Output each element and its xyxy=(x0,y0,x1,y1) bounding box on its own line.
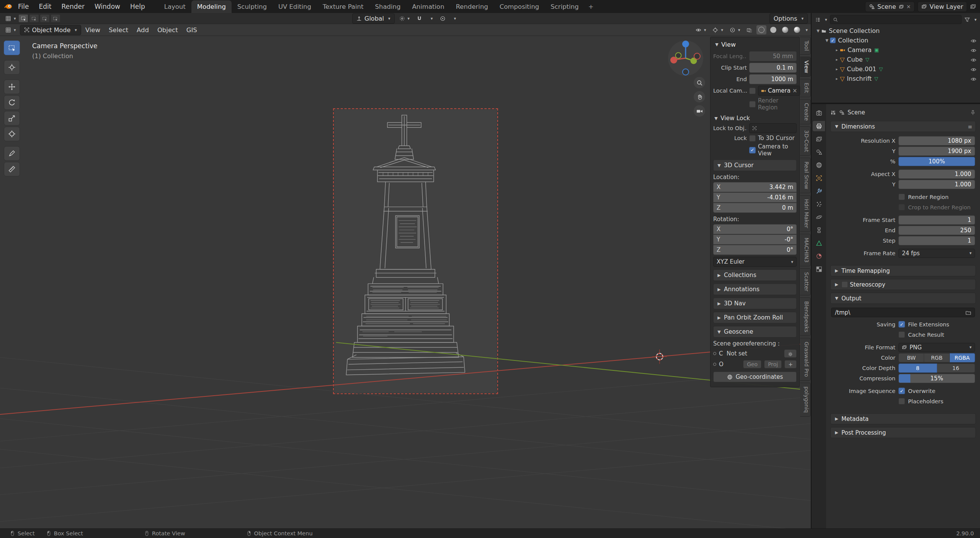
color-bw-button[interactable]: BW xyxy=(898,353,924,362)
tab-output[interactable] xyxy=(813,121,825,131)
workspace-tab-sculpting[interactable]: Sculpting xyxy=(232,0,273,13)
sidebar-tab-hdri-maker[interactable]: Hdri Maker xyxy=(800,195,811,232)
to-3d-cursor-checkbox[interactable] xyxy=(749,135,756,142)
filter-icon[interactable] xyxy=(964,17,970,23)
cursor-location-x-field[interactable]: X3.442 m xyxy=(713,182,797,192)
file-extensions-checkbox[interactable] xyxy=(898,321,905,328)
focal-length-field[interactable]: 50 mm xyxy=(749,51,797,61)
unlink-scene-icon[interactable]: × xyxy=(906,3,911,10)
sidebar-tab-machin3[interactable]: MACHIN3 xyxy=(800,234,811,266)
shading-wireframe-button[interactable] xyxy=(756,25,766,34)
tab-material[interactable] xyxy=(813,251,825,261)
menu-help[interactable]: Help xyxy=(125,2,150,11)
proportional-editing-toggle[interactable] xyxy=(438,15,448,23)
eye-icon[interactable] xyxy=(970,56,977,63)
menu-object[interactable]: Object xyxy=(153,25,182,35)
outliner-row-inschrift[interactable]: ▸ ▽ Inschrift ▽ xyxy=(812,74,980,83)
depth-8-button[interactable]: 8 xyxy=(898,364,937,373)
sidebar-tab-view[interactable]: View xyxy=(800,57,811,77)
tab-physics[interactable] xyxy=(813,212,825,222)
cache-result-checkbox[interactable] xyxy=(898,331,905,338)
outliner-search-input[interactable] xyxy=(830,15,962,24)
editor-type-button[interactable]: ▾ xyxy=(3,15,18,23)
overwrite-checkbox[interactable] xyxy=(898,388,905,394)
local-camera-checkbox[interactable] xyxy=(749,88,756,94)
outliner-row-collection[interactable]: ▼ Collection xyxy=(812,36,980,45)
outliner-row-cube-001[interactable]: ▸ ▽ Cube.001 ▽ xyxy=(812,64,980,74)
snap-settings-dropdown[interactable]: ▾ xyxy=(427,15,435,22)
outliner-row-cube[interactable]: ▸ ▽ Cube ▽ xyxy=(812,55,980,64)
panel-header-3d-nav[interactable]: ▶3D Nav xyxy=(713,298,797,309)
eye-icon[interactable] xyxy=(970,65,977,73)
tab-world[interactable] xyxy=(813,160,825,170)
frame-start-field[interactable]: 1 xyxy=(898,215,975,225)
menu-view[interactable]: View xyxy=(81,25,105,35)
stereoscopy-checkbox[interactable] xyxy=(841,281,848,288)
folder-icon[interactable] xyxy=(965,309,971,316)
depth-16-button[interactable]: 16 xyxy=(937,364,975,373)
snap-toggle[interactable] xyxy=(414,15,425,23)
rotation-mode-dropdown[interactable]: XYZ Euler ▾ xyxy=(713,257,797,267)
clip-start-field[interactable]: 0.1 m xyxy=(749,63,797,73)
caret-expanded-icon[interactable]: ▼ xyxy=(824,38,830,42)
add-origin-button[interactable]: + xyxy=(784,360,797,368)
shading-dropdown-icon[interactable]: ▾ xyxy=(805,28,808,33)
sidebar-tab-edit[interactable]: Edit xyxy=(800,79,811,97)
presets-menu-icon[interactable]: ≡ xyxy=(968,124,972,130)
placeholders-checkbox[interactable] xyxy=(898,398,905,404)
zoom-button[interactable] xyxy=(694,77,705,88)
menu-select[interactable]: Select xyxy=(105,25,132,35)
select-mode-extend-button[interactable] xyxy=(40,14,50,23)
camera-to-view-checkbox[interactable] xyxy=(749,147,756,153)
workspace-tab-scripting[interactable]: Scripting xyxy=(545,0,584,13)
active-tool-display[interactable] xyxy=(18,14,28,23)
sidebar-tab-scatter[interactable]: Scatter xyxy=(800,268,811,295)
tab-modifiers[interactable] xyxy=(813,186,825,196)
gizmos-dropdown[interactable]: ▾ xyxy=(710,26,725,34)
tab-texture[interactable] xyxy=(813,264,825,274)
pan-button[interactable] xyxy=(694,91,705,103)
geo-button[interactable]: Geo xyxy=(743,360,761,368)
frame-end-field[interactable]: 250 xyxy=(898,226,975,235)
workspace-tab-shading[interactable]: Shading xyxy=(369,0,406,13)
panel-header-pan-orbit[interactable]: ▶Pan Orbit Zoom Roll xyxy=(713,312,797,323)
xray-toggle[interactable] xyxy=(744,26,755,34)
panel-header-3d-cursor[interactable]: ▼ 3D Cursor xyxy=(713,160,797,171)
proportional-settings-dropdown[interactable]: ▾ xyxy=(450,15,459,22)
color-rgb-button[interactable]: RGB xyxy=(924,353,949,362)
caret-collapsed-icon[interactable]: ▸ xyxy=(834,48,840,52)
workspace-tab-compositing[interactable]: Compositing xyxy=(494,0,545,13)
tool-annotate[interactable] xyxy=(4,146,20,161)
sidebar-tab-tool[interactable]: Tool xyxy=(800,37,811,55)
outliner-editor-icon[interactable] xyxy=(815,17,821,23)
scene-selector[interactable]: Scene × xyxy=(865,2,915,12)
tool-scale[interactable] xyxy=(4,111,20,126)
menu-edit[interactable]: Edit xyxy=(34,2,56,11)
panel-header-output[interactable]: ▼ Output xyxy=(830,293,976,304)
select-mode-subtract-button[interactable] xyxy=(51,14,60,23)
tool-rotate[interactable] xyxy=(4,95,20,110)
aspect-y-field[interactable]: 1.000 xyxy=(898,180,975,189)
tab-view-layer[interactable] xyxy=(813,134,825,144)
cursor-rotation-z-field[interactable]: Z0° xyxy=(713,245,797,255)
render-region-checkbox[interactable] xyxy=(749,101,756,108)
tab-constraints[interactable] xyxy=(813,225,825,235)
caret-collapsed-icon[interactable]: ▸ xyxy=(834,57,840,62)
crs-settings-button[interactable] xyxy=(784,349,797,358)
color-rgba-button[interactable]: RGBA xyxy=(950,353,975,362)
menu-gis[interactable]: GIS xyxy=(182,25,201,35)
select-mode-set-button[interactable] xyxy=(29,14,39,23)
clear-icon[interactable]: × xyxy=(792,87,797,94)
frame-step-field[interactable]: 1 xyxy=(898,236,975,245)
new-scene-icon[interactable] xyxy=(899,4,904,9)
options-dropdown[interactable]: Options ▾ xyxy=(769,13,808,24)
overlays-dropdown[interactable]: ▾ xyxy=(727,26,743,34)
workspace-tab-texture-paint[interactable]: Texture Paint xyxy=(317,0,369,13)
resolution-y-field[interactable]: 1900 px xyxy=(898,147,975,156)
eye-icon[interactable] xyxy=(970,46,977,54)
camera-view-button[interactable] xyxy=(694,105,705,117)
tab-render[interactable] xyxy=(813,108,825,118)
caret-collapsed-icon[interactable]: ▸ xyxy=(834,77,840,81)
tool-measure[interactable] xyxy=(4,162,20,176)
caret-collapsed-icon[interactable]: ▸ xyxy=(834,67,840,71)
